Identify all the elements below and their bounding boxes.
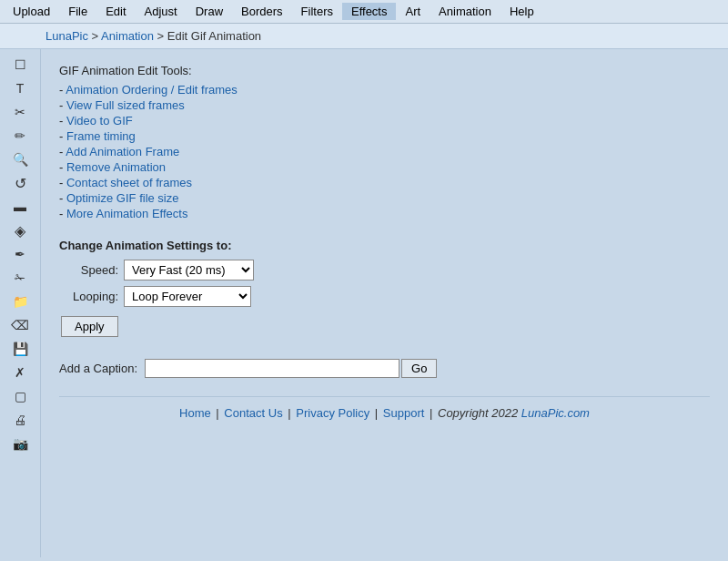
sidebar-icon-paint[interactable]: ◈ <box>7 220 33 240</box>
tools-list-item-7: Optimize GIF file size <box>59 191 710 205</box>
sidebar-icon-erase[interactable]: ⌫ <box>7 315 33 335</box>
menu-help[interactable]: Help <box>500 3 543 20</box>
sidebar-icon-crop[interactable]: ✁ <box>7 268 33 288</box>
tools-list-item-6: Contact sheet of frames <box>59 176 710 189</box>
sidebar-icon-select[interactable]: ☐ <box>7 55 33 75</box>
sidebar-icon-pencil[interactable]: ✏ <box>7 126 33 146</box>
menu-filters[interactable]: Filters <box>292 3 342 20</box>
link-animation-ordering[interactable]: Animation Ordering / Edit frames <box>66 83 238 97</box>
sidebar: ☐ T ✂ ✏ 🔍 ↺ ▬ ◈ ✒ ✁ 📁 ⌫ 💾 ✗ ▢ 🖨 📷 <box>0 49 41 557</box>
breadcrumb: LunaPic > Animation > Edit Gif Animation <box>0 24 728 49</box>
tools-list-item-8: More Animation Effects <box>59 207 710 220</box>
settings-title: Change Animation Settings to: <box>59 239 710 252</box>
settings-section: Change Animation Settings to: Speed: Ver… <box>59 239 710 337</box>
tools-list-item-3: Frame timing <box>59 129 710 143</box>
breadcrumb-animation[interactable]: Animation <box>101 29 154 43</box>
tools-list-item-5: Remove Animation <box>59 160 710 174</box>
sidebar-icon-scissors[interactable]: ✂ <box>7 102 33 122</box>
menu-bar: Upload File Edit Adjust Draw Borders Fil… <box>0 0 728 24</box>
tools-list-item-0: Animation Ordering / Edit frames <box>59 83 710 97</box>
caption-section: Add a Caption: Go <box>59 359 710 378</box>
footer-link-contact[interactable]: Contact Us <box>224 406 282 420</box>
footer-sep-3: | <box>375 406 381 420</box>
go-button[interactable]: Go <box>401 359 437 378</box>
caption-label: Add a Caption: <box>59 362 137 375</box>
content-area: GIF Animation Edit Tools: Animation Orde… <box>41 49 728 557</box>
menu-adjust[interactable]: Adjust <box>136 3 187 20</box>
link-more-effects[interactable]: More Animation Effects <box>66 207 187 220</box>
tools-section-title: GIF Animation Edit Tools: <box>59 64 710 77</box>
footer-copyright: Copyright 2022 <box>438 406 518 420</box>
sidebar-icon-print[interactable]: 🖨 <box>7 410 33 430</box>
footer-link-support[interactable]: Support <box>383 406 425 420</box>
main-layout: ☐ T ✂ ✏ 🔍 ↺ ▬ ◈ ✒ ✁ 📁 ⌫ 💾 ✗ ▢ 🖨 📷 GIF An… <box>0 49 728 557</box>
sidebar-icon-save[interactable]: 💾 <box>7 339 33 359</box>
tools-list-item-2: Video to GIF <box>59 114 710 128</box>
footer-link-privacy[interactable]: Privacy Policy <box>296 406 369 420</box>
link-contact-sheet[interactable]: Contact sheet of frames <box>66 176 192 189</box>
sidebar-icon-text[interactable]: T <box>7 78 33 98</box>
menu-animation[interactable]: Animation <box>430 3 500 20</box>
footer-link-home[interactable]: Home <box>179 406 211 420</box>
sidebar-icon-camera[interactable]: 📷 <box>7 434 33 454</box>
footer-sep-4: | <box>430 406 436 420</box>
tools-list: Animation Ordering / Edit frames View Fu… <box>59 83 710 220</box>
breadcrumb-sep2: > <box>157 29 167 43</box>
menu-borders[interactable]: Borders <box>232 3 292 20</box>
sidebar-icon-rectangle[interactable]: ▬ <box>7 197 33 217</box>
speed-label: Speed: <box>59 263 118 277</box>
menu-upload[interactable]: Upload <box>4 3 59 20</box>
speed-select[interactable]: Very Fast (20 ms) Fast (50 ms) Normal (1… <box>124 260 254 280</box>
link-view-full-frames[interactable]: View Full sized frames <box>66 98 185 112</box>
footer-sep-2: | <box>288 406 294 420</box>
link-optimize-gif[interactable]: Optimize GIF file size <box>66 191 179 205</box>
menu-draw[interactable]: Draw <box>187 3 232 20</box>
looping-row: Looping: Loop Forever No Loop Loop 2x Lo… <box>59 286 710 307</box>
footer-sep-1: | <box>216 406 222 420</box>
looping-label: Looping: <box>59 290 118 303</box>
apply-button[interactable]: Apply <box>61 316 118 337</box>
menu-edit[interactable]: Edit <box>96 3 135 20</box>
footer-brand-link[interactable]: LunaPic.com <box>521 406 590 420</box>
sidebar-icon-close[interactable]: ✗ <box>7 362 33 382</box>
speed-row: Speed: Very Fast (20 ms) Fast (50 ms) No… <box>59 260 710 280</box>
link-frame-timing[interactable]: Frame timing <box>66 129 136 143</box>
menu-effects[interactable]: Effects <box>342 3 397 20</box>
menu-file[interactable]: File <box>59 3 96 20</box>
breadcrumb-sep1: > <box>92 29 102 43</box>
menu-art[interactable]: Art <box>396 3 430 20</box>
sidebar-icon-zoom[interactable]: 🔍 <box>7 149 33 169</box>
link-video-to-gif[interactable]: Video to GIF <box>66 114 133 128</box>
caption-input[interactable] <box>145 359 399 378</box>
footer: Home | Contact Us | Privacy Policy | Sup… <box>59 396 710 429</box>
link-remove-animation[interactable]: Remove Animation <box>66 160 166 174</box>
sidebar-icon-brush[interactable]: ✒ <box>7 244 33 264</box>
breadcrumb-lunapic[interactable]: LunaPic <box>46 29 88 43</box>
sidebar-icon-folder[interactable]: 📁 <box>7 291 33 311</box>
tools-list-item-1: View Full sized frames <box>59 98 710 112</box>
looping-select[interactable]: Loop Forever No Loop Loop 2x Loop 3x <box>124 286 251 307</box>
breadcrumb-current: Edit Gif Animation <box>167 29 261 43</box>
sidebar-icon-page[interactable]: ▢ <box>7 386 33 406</box>
tools-list-item-4: Add Animation Frame <box>59 145 710 158</box>
sidebar-icon-rotate[interactable]: ↺ <box>7 173 33 193</box>
link-add-animation-frame[interactable]: Add Animation Frame <box>66 145 179 158</box>
